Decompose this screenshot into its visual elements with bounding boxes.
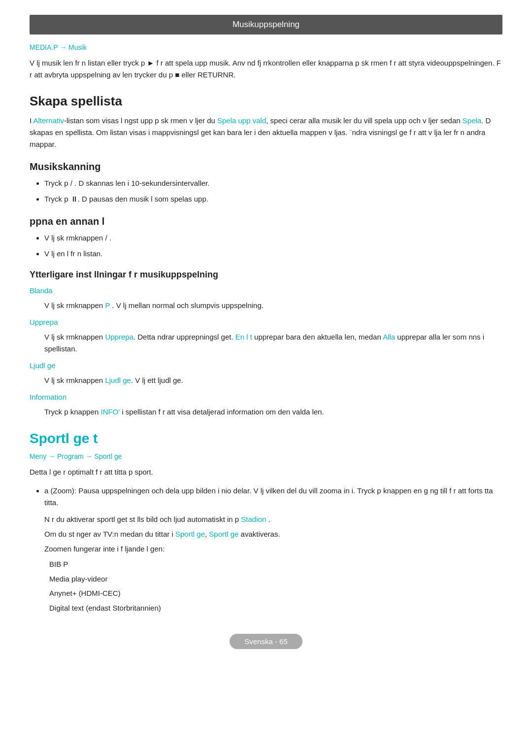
- sportlage-para2: Om du st nger av TV:n medan du tittar i …: [44, 528, 502, 540]
- sportlage-nested-list: BIB P Media play-videor Anynet+ (HDMI-CE…: [30, 558, 502, 614]
- alternativ-link: Alternativ: [33, 116, 65, 125]
- section-ytterligare: Ytterligare inst llningar f r musikuppsp…: [30, 270, 502, 418]
- nested-item-anynet: Anynet+ (HDMI-CEC): [49, 587, 502, 600]
- ytterligare-item-ljudlage: Ljudl ge V lj sk rmknappen Ljudl ge. V l…: [30, 360, 502, 386]
- info-ref: INFO': [101, 408, 120, 416]
- ytterligare-item-information: Information Tryck p knappen INFO' i spel…: [30, 391, 502, 418]
- section-skapa-spellista: Skapa spellista I Alternativ-listan som …: [30, 94, 502, 150]
- heading-ytterligare: Ytterligare inst llningar f r musikuppsp…: [30, 270, 502, 280]
- skapa-spellista-body: I Alternativ-listan som visas l ngst upp…: [30, 115, 502, 150]
- intro-paragraph: V lj musik len fr n listan eller tryck p…: [30, 57, 502, 81]
- section-header-bar: Musikuppspelning: [30, 15, 502, 34]
- sportlage-para1: N r du aktiverar sportl get st lls bild …: [44, 514, 502, 525]
- upprepa-heading: Upprepa: [30, 318, 58, 326]
- annan-item-2: V lj en l fr n listan.: [44, 248, 502, 260]
- sportlage-list: a (Zoom): Pausa uppspelningen och dela u…: [30, 485, 502, 509]
- information-heading: Information: [30, 393, 66, 401]
- heading-musikskanning: Musikskanning: [30, 161, 502, 172]
- alla-ref: Alla: [383, 333, 395, 341]
- annan-item-1: V lj sk rmknappen / .: [44, 232, 502, 244]
- breadcrumb-media: MEDIA.P → Musik: [30, 43, 502, 51]
- spela-upp-vald-link: Spela upp vald: [217, 116, 266, 125]
- spela-link: Spela: [463, 116, 481, 125]
- p-ref: P: [105, 301, 110, 309]
- footer-label: Svenska - 65: [230, 634, 302, 649]
- musikskanning-list: Tryck p / . D skannas len i 10-sekunders…: [30, 177, 502, 205]
- sportlage-para3: Zoomen fungerar inte i f ljande l gen:: [44, 543, 502, 555]
- musikskanning-item-1: Tryck p / . D skannas len i 10-sekunders…: [44, 177, 502, 189]
- stadion-ref: Stadion: [241, 515, 266, 523]
- breadcrumb-media-text: MEDIA.P → Musik: [30, 43, 87, 51]
- upprepa-ref: Upprepa: [105, 333, 133, 341]
- footer: Svenska - 65: [30, 634, 502, 649]
- en-lat-ref: En l t: [235, 333, 252, 341]
- sportlage-zoom-item: a (Zoom): Pausa uppspelningen och dela u…: [44, 485, 502, 509]
- header-title: Musikuppspelning: [233, 20, 299, 29]
- heading-sportlage: Sportl ge t: [30, 431, 502, 447]
- ljudlage-ref: Ljudl ge: [105, 376, 131, 384]
- section-sportlage: Sportl ge t Meny → Program → Sportl ge D…: [30, 431, 502, 614]
- ytterligare-list: Blanda V lj sk rmknappen P . V lj mellan…: [30, 285, 502, 418]
- ytterligare-item-upprepa: Upprepa V lj sk rmknappen Upprepa. Detta…: [30, 316, 502, 355]
- heading-skapa-spellista: Skapa spellista: [30, 94, 502, 109]
- breadcrumb-sportlage-text: Meny → Program → Sportl ge: [30, 452, 122, 460]
- blanda-body: V lj sk rmknappen P . V lj mellan normal…: [44, 300, 502, 311]
- annan-list: V lj sk rmknappen / . V lj en l fr n lis…: [30, 232, 502, 260]
- upprepa-body: V lj sk rmknappen Upprepa. Detta ndrar u…: [44, 331, 502, 355]
- musikskanning-item-2: Tryck p ⏸. D pausas den musik l som spel…: [44, 193, 502, 205]
- ljudlage-heading: Ljudl ge: [30, 361, 56, 370]
- sportlage-ref1: Sportl ge: [175, 530, 205, 538]
- sportlage-ref2: Sportl ge: [209, 530, 238, 538]
- ljudlage-body: V lj sk rmknappen Ljudl ge. V lj ett lju…: [44, 375, 502, 386]
- section-musikskanning: Musikskanning Tryck p / . D skannas len …: [30, 161, 502, 205]
- nested-item-digital: Digital text (endast Storbritannien): [49, 602, 502, 615]
- information-body: Tryck p knappen INFO' i spellistan f r a…: [44, 406, 502, 418]
- sportlage-intro: Detta l ge r optimalt f r att titta p sp…: [30, 466, 502, 478]
- nested-item-bib: BIB P: [49, 558, 502, 571]
- section-annan: ppna en annan l V lj sk rmknappen / . V …: [30, 216, 502, 260]
- blanda-heading: Blanda: [30, 286, 53, 295]
- ytterligare-item-blanda: Blanda V lj sk rmknappen P . V lj mellan…: [30, 285, 502, 311]
- breadcrumb-sportlage: Meny → Program → Sportl ge: [30, 452, 502, 460]
- heading-annan: ppna en annan l: [30, 216, 502, 227]
- nested-item-media: Media play-videor: [49, 573, 502, 585]
